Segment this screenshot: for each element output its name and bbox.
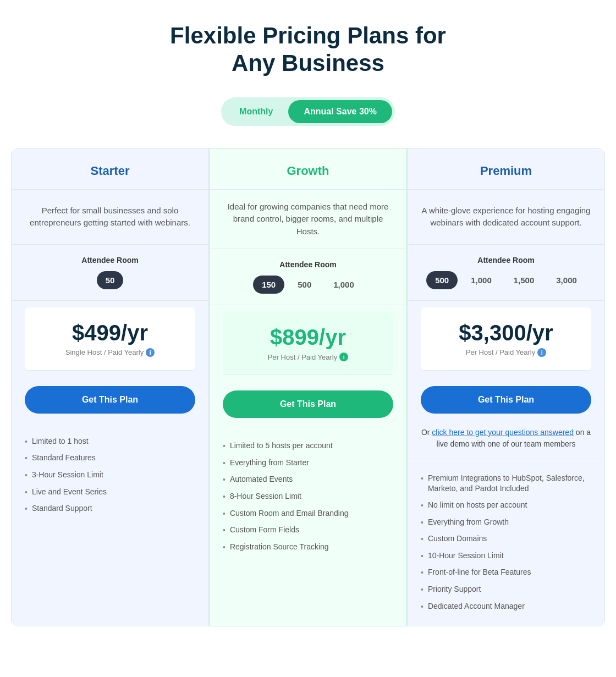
billing-toggle-wrapper: Monthly Annual Save 30% <box>221 97 395 126</box>
attendee-chip-premium-1,500[interactable]: 1,500 <box>505 271 543 289</box>
attendee-options-growth: 1505001,000 <box>223 276 393 294</box>
attendee-options-starter: 50 <box>25 271 195 289</box>
plan-header-premium: Premium <box>408 148 604 190</box>
list-item: Premium Integrations to HubSpot, Salesfo… <box>421 470 591 497</box>
monthly-toggle[interactable]: Monthly <box>224 100 288 123</box>
annual-toggle[interactable]: Annual Save 30% <box>288 100 392 123</box>
price-amount-starter: $499/yr <box>38 321 182 345</box>
list-item: Custom Room and Email Branding <box>223 505 393 522</box>
list-item: Everything from Starter <box>223 455 393 472</box>
attendee-label-premium: Attendee Room <box>421 256 591 265</box>
list-item: Registration Source Tracking <box>223 539 393 556</box>
attendee-chip-growth-150[interactable]: 150 <box>253 276 284 294</box>
plans-container: StarterPerfect for small businesses and … <box>11 148 605 626</box>
page-title: Flexible Pricing Plans for Any Business <box>11 22 605 78</box>
attendee-chip-growth-500[interactable]: 500 <box>289 276 320 294</box>
price-section-starter: $499/yrSingle Host / Paid Yearly i <box>25 307 195 371</box>
list-item: 8-Hour Session Limit <box>223 488 393 505</box>
list-item: Standard Support <box>25 500 195 518</box>
list-item: 10-Hour Session Limit <box>421 548 591 565</box>
list-item: Front-of-line for Beta Features <box>421 564 591 581</box>
cta-button-growth[interactable]: Get This Plan <box>223 390 393 418</box>
list-item: 3-Hour Session Limit <box>25 467 195 484</box>
plan-header-growth: Growth <box>210 148 406 190</box>
features-list-starter: Limited to 1 hostStandard Features3-Hour… <box>25 433 195 518</box>
plan-desc-growth: Ideal for growing companies that need mo… <box>210 190 406 250</box>
cta-button-premium[interactable]: Get This Plan <box>421 386 591 414</box>
features-section-starter: Limited to 1 hostStandard Features3-Hour… <box>12 422 208 626</box>
list-item: No limit on hosts per account <box>421 497 591 514</box>
demo-link[interactable]: click here to get your questions answere… <box>432 428 574 437</box>
features-section-premium: Premium Integrations to HubSpot, Salesfo… <box>408 459 604 626</box>
price-subtext-growth: Per Host / Paid Yearly i <box>236 353 380 361</box>
list-item: Live and Event Series <box>25 484 195 501</box>
plan-desc-premium: A white-glove experience for hosting eng… <box>408 190 604 245</box>
attendee-label-starter: Attendee Room <box>25 256 195 265</box>
attendee-chip-starter-50[interactable]: 50 <box>97 271 124 289</box>
price-section-growth: $899/yrPer Host / Paid Yearly i <box>223 312 393 375</box>
attendee-section-growth: Attendee Room1505001,000 <box>210 249 406 305</box>
attendee-chip-premium-3,000[interactable]: 3,000 <box>547 271 586 289</box>
attendee-section-starter: Attendee Room50 <box>12 245 208 301</box>
price-amount-growth: $899/yr <box>236 325 380 349</box>
list-item: Limited to 5 hosts per account <box>223 438 393 455</box>
cta-section-premium: Get This Plan <box>408 377 604 422</box>
attendee-chip-premium-500[interactable]: 500 <box>426 271 458 289</box>
price-subtext-premium: Per Host / Paid Yearly i <box>434 348 578 357</box>
plan-name-starter: Starter <box>25 164 195 178</box>
plan-card-starter: StarterPerfect for small businesses and … <box>11 148 209 626</box>
plan-card-growth: GrowthIdeal for growing companies that n… <box>209 148 407 626</box>
list-item: Priority Support <box>421 581 591 598</box>
list-item: Everything from Growth <box>421 514 591 531</box>
plan-card-premium: PremiumA white-glove experience for host… <box>407 148 605 626</box>
billing-toggle-container: Monthly Annual Save 30% <box>11 97 605 126</box>
price-wrapper-starter: $499/yrSingle Host / Paid Yearly i <box>12 301 208 377</box>
attendee-chip-premium-1,000[interactable]: 1,000 <box>462 271 501 289</box>
attendee-options-premium: 5001,0001,5003,000 <box>421 271 591 289</box>
cta-section-starter: Get This Plan <box>12 377 208 422</box>
price-wrapper-growth: $899/yrPer Host / Paid Yearly i <box>210 305 406 382</box>
features-section-growth: Limited to 5 hosts per accountEverything… <box>210 427 406 626</box>
list-item: Limited to 1 host <box>25 433 195 450</box>
info-icon-premium[interactable]: i <box>537 348 546 357</box>
list-item: Standard Features <box>25 450 195 467</box>
attendee-label-growth: Attendee Room <box>223 260 393 269</box>
cta-button-starter[interactable]: Get This Plan <box>25 386 195 414</box>
plan-name-premium: Premium <box>421 164 591 178</box>
plan-header-starter: Starter <box>12 148 208 190</box>
demo-link-section: Or click here to get your questions answ… <box>408 422 604 459</box>
info-icon-growth[interactable]: i <box>339 353 348 361</box>
price-wrapper-premium: $3,300/yrPer Host / Paid Yearly i <box>408 301 604 377</box>
price-section-premium: $3,300/yrPer Host / Paid Yearly i <box>421 307 591 371</box>
list-item: Automated Events <box>223 471 393 488</box>
features-list-growth: Limited to 5 hosts per accountEverything… <box>223 438 393 555</box>
features-list-premium: Premium Integrations to HubSpot, Salesfo… <box>421 470 591 615</box>
plan-name-growth: Growth <box>223 164 393 178</box>
attendee-chip-growth-1,000[interactable]: 1,000 <box>324 276 363 294</box>
plan-desc-starter: Perfect for small businesses and solo en… <box>12 190 208 245</box>
cta-section-growth: Get This Plan <box>210 382 406 427</box>
price-amount-premium: $3,300/yr <box>434 321 578 345</box>
page-header: Flexible Pricing Plans for Any Business <box>11 22 605 78</box>
info-icon-starter[interactable]: i <box>146 348 155 357</box>
list-item: Custom Form Fields <box>223 522 393 539</box>
list-item: Dedicated Account Manager <box>421 598 591 615</box>
attendee-section-premium: Attendee Room5001,0001,5003,000 <box>408 245 604 301</box>
list-item: Custom Domains <box>421 531 591 548</box>
price-subtext-starter: Single Host / Paid Yearly i <box>38 348 182 357</box>
